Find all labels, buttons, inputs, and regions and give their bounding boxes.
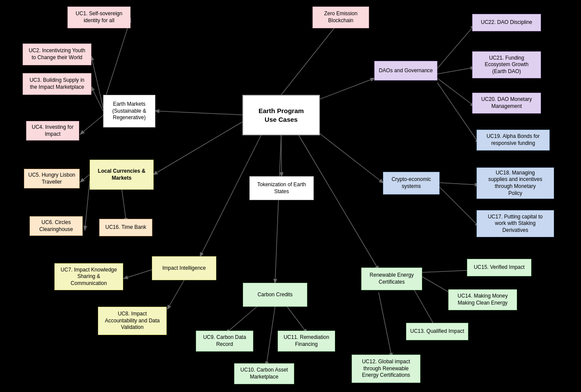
uc3-node: UC3. Building Supply inthe Impact Market… (23, 73, 91, 95)
uc21-label: UC21. FundingEcosystem Growth(Earth DAO) (485, 55, 529, 75)
svg-line-11 (91, 87, 103, 111)
local-currencies-node: Local Currencies &Markets (90, 160, 154, 190)
daos-gov-node: DAOs and Governance (374, 61, 437, 80)
uc9-label: UC9. Carbon DataRecord (203, 334, 246, 348)
svg-line-9 (103, 19, 131, 104)
svg-line-26 (437, 67, 474, 74)
svg-line-0 (155, 111, 242, 115)
svg-line-7 (275, 135, 281, 283)
uc7-node: UC7. Impact KnowledgeSharing &Communicat… (54, 263, 123, 290)
uc15-label: UC15. Verified Impact (474, 264, 525, 271)
uc6-label: UC6. CirclesClearinghouse (39, 219, 73, 233)
uc18-label: UC18. Managingsupplies and incentivesthr… (488, 170, 542, 197)
uc19-label: UC19. Alpha Bonds forresponsive funding (487, 133, 540, 147)
crypto-econ-node: Crypto-economicsystems (383, 172, 440, 194)
uc5-label: UC5. Hungry LisbonTraveller (28, 172, 75, 185)
local-currencies-label: Local Currencies &Markets (98, 168, 145, 181)
uc9-node: UC9. Carbon DataRecord (196, 331, 253, 352)
uc17-node: UC17. Putting capital towork with Stakin… (477, 210, 554, 237)
svg-line-5 (281, 19, 342, 95)
uc5-node: UC5. Hungry LisbonTraveller (24, 169, 80, 188)
uc14-node: UC14. Making MoneyMaking Clean Energy (448, 289, 517, 310)
uc10-label: UC10. Carbon AssetMarketplace (240, 367, 288, 380)
center-node: Earth ProgramUse Cases (242, 95, 320, 135)
uc19-node: UC19. Alpha Bonds forresponsive funding (477, 130, 550, 151)
uc14-label: UC14. Making MoneyMaking Clean Energy (457, 293, 507, 306)
uc8-label: UC8. ImpactAccountability and DataValida… (105, 311, 160, 331)
zero-emission-label: Zero EmissionBlockchain (324, 10, 358, 24)
svg-line-15 (122, 190, 126, 222)
uc2-node: UC2. Incentivizing Youthto Change their … (23, 44, 91, 65)
uc16-label: UC16. Time Bank (105, 224, 146, 231)
uc13-label: UC13. Qualified Impact (410, 328, 464, 335)
uc10-node: UC10. Carbon AssetMarketplace (234, 363, 294, 384)
uc22-label: UC22. DAO Discipline (481, 19, 532, 26)
uc20-label: UC20. DAO MonetaryManagement (481, 96, 532, 110)
earth-markets-label: Earth Markets(Sustainable &Regenerative) (112, 101, 146, 121)
earth-markets-node: Earth Markets(Sustainable &Regenerative) (103, 95, 155, 127)
svg-line-8 (296, 131, 379, 270)
svg-line-16 (124, 270, 152, 278)
svg-line-19 (266, 307, 275, 365)
carbon-credits-node: Carbon Credits (243, 283, 307, 307)
diagram-container: Earth ProgramUse Cases Earth Markets(Sus… (0, 0, 581, 392)
zero-emission-node: Zero EmissionBlockchain (312, 7, 369, 28)
svg-line-30 (440, 187, 479, 226)
uc20-node: UC20. DAO MonetaryManagement (472, 93, 541, 114)
impact-intel-label: Impact Intelligence (162, 265, 206, 272)
svg-line-25 (437, 25, 474, 68)
svg-line-20 (287, 307, 307, 333)
svg-line-1 (154, 122, 242, 174)
uc2-label: UC2. Incentivizing Youthto Change their … (29, 47, 85, 61)
crypto-econ-label: Crypto-economicsystems (392, 176, 431, 190)
svg-line-10 (91, 57, 103, 108)
uc12-node: UC12. Global impactthrough RenewableEner… (352, 355, 420, 383)
renewable-energy-node: Renewable EnergyCertificates (361, 268, 422, 290)
uc16-node: UC16. Time Bank (99, 219, 152, 236)
uc4-label: UC4. Investing forImpact (32, 124, 74, 137)
uc11-node: UC11. RemediationFinancing (278, 331, 335, 352)
svg-line-2 (281, 135, 282, 176)
uc15-node: UC15. Verified Impact (467, 259, 531, 276)
uc4-node: UC4. Investing forImpact (26, 121, 79, 141)
uc21-node: UC21. FundingEcosystem Growth(Earth DAO) (472, 51, 541, 78)
uc7-label: UC7. Impact KnowledgeSharing &Communicat… (60, 267, 117, 287)
center-label: Earth ProgramUse Cases (259, 107, 304, 124)
uc22-node: UC22. DAO Discipline (472, 14, 541, 31)
uc11-label: UC11. RemediationFinancing (284, 334, 329, 348)
daos-gov-label: DAOs and Governance (379, 67, 433, 74)
uc1-label: UC1. Self-sovereignidentity for all (76, 10, 122, 24)
uc12-label: UC12. Global impactthrough RenewableEner… (362, 358, 410, 379)
svg-line-21 (379, 292, 392, 357)
svg-line-14 (85, 181, 90, 230)
svg-line-17 (168, 280, 184, 309)
tokenization-node: Tokenization of EarthStates (249, 176, 314, 200)
uc13-node: UC13. Qualified Impact (406, 323, 468, 340)
uc18-node: UC18. Managingsupplies and incentivesthr… (477, 168, 554, 199)
tokenization-label: Tokenization of EarthStates (257, 181, 306, 195)
svg-line-29 (440, 183, 479, 185)
svg-line-18 (226, 307, 257, 333)
carbon-credits-label: Carbon Credits (258, 291, 293, 298)
uc1-node: UC1. Self-sovereignidentity for all (67, 7, 131, 28)
uc17-label: UC17. Putting capital towork with Stakin… (488, 214, 543, 234)
svg-line-27 (437, 78, 474, 106)
impact-intel-node: Impact Intelligence (152, 256, 216, 280)
renewable-energy-label: Renewable EnergyCertificates (369, 272, 413, 285)
svg-line-13 (81, 174, 90, 182)
svg-line-12 (81, 115, 103, 134)
uc3-label: UC3. Building Supply inthe Impact Market… (30, 77, 84, 90)
uc8-node: UC8. ImpactAccountability and DataValida… (98, 307, 167, 335)
uc6-node: UC6. CirclesClearinghouse (30, 216, 83, 236)
